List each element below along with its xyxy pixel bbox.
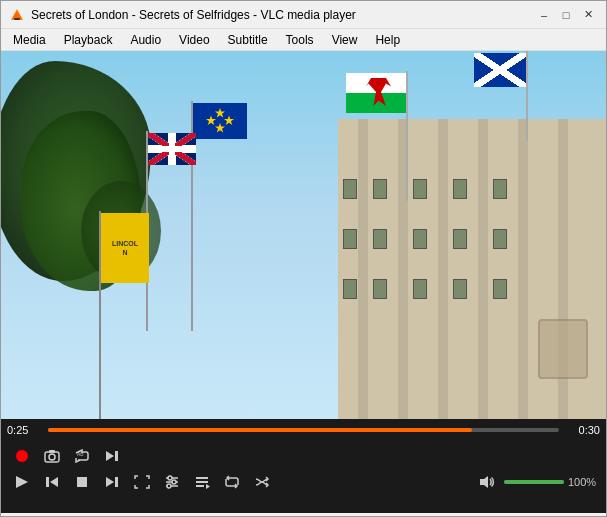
controls-bar: AB (1, 441, 606, 513)
menu-help[interactable]: Help (367, 31, 408, 49)
video-canvas: LINCOLN (1, 51, 607, 419)
flag-uk (148, 133, 196, 165)
main-controls-row: 100% (9, 471, 598, 493)
svg-rect-20 (49, 450, 55, 453)
building (338, 119, 607, 419)
progress-track[interactable] (48, 428, 559, 432)
svg-marker-1 (12, 11, 22, 19)
svg-line-9 (148, 133, 196, 165)
volume-area: 100% (474, 471, 598, 493)
window-title: Secrets of London - Secrets of Selfridge… (31, 8, 534, 22)
svg-marker-22 (106, 451, 114, 461)
record-button[interactable] (9, 445, 35, 467)
svg-line-12 (148, 133, 196, 165)
current-time: 0:25 (7, 424, 42, 436)
svg-line-10 (148, 133, 196, 165)
svg-rect-36 (196, 477, 208, 479)
flagpole-wales (406, 71, 408, 201)
ext-settings-button[interactable] (159, 471, 185, 493)
progress-area: 0:25 0:30 (1, 419, 606, 441)
svg-marker-39 (206, 484, 210, 489)
minimize-button[interactable]: – (534, 5, 554, 25)
snapshot-button[interactable] (39, 445, 65, 467)
svg-marker-40 (480, 476, 488, 488)
video-display[interactable]: LINCOLN (1, 51, 607, 419)
svg-rect-25 (46, 477, 49, 487)
next-frame-button[interactable] (99, 445, 125, 467)
svg-point-35 (167, 484, 171, 488)
close-button[interactable]: ✕ (578, 5, 598, 25)
end-time: 0:30 (565, 424, 600, 436)
volume-icon-button[interactable] (474, 471, 500, 493)
flag-wales (346, 73, 406, 113)
svg-rect-2 (14, 18, 20, 20)
window-controls: – □ ✕ (534, 5, 598, 25)
menu-view[interactable]: View (324, 31, 366, 49)
menu-video[interactable]: Video (171, 31, 217, 49)
svg-line-11 (148, 133, 196, 165)
svg-rect-27 (77, 477, 87, 487)
stop-button[interactable] (69, 471, 95, 493)
secondary-controls-row: AB (9, 445, 598, 467)
fullscreen-button[interactable] (129, 471, 155, 493)
playlist-button[interactable] (189, 471, 215, 493)
next-button[interactable] (99, 471, 125, 493)
svg-rect-15 (170, 133, 174, 165)
play-button[interactable] (9, 471, 35, 493)
loop-ab-button[interactable]: AB (69, 445, 95, 467)
menu-tools[interactable]: Tools (278, 31, 322, 49)
svg-marker-29 (106, 477, 114, 487)
svg-rect-13 (168, 133, 176, 165)
menu-media[interactable]: Media (5, 31, 54, 49)
volume-fill (504, 480, 564, 484)
svg-rect-8 (148, 133, 196, 165)
svg-point-33 (168, 476, 172, 480)
menu-playback[interactable]: Playback (56, 31, 121, 49)
svg-rect-38 (196, 485, 204, 487)
svg-point-17 (16, 450, 28, 462)
volume-track[interactable] (504, 480, 564, 484)
svg-marker-24 (16, 476, 28, 488)
flagpole-scotland (526, 51, 528, 141)
volume-level: 100% (568, 476, 598, 488)
volume-icon (479, 475, 495, 489)
menu-subtitle[interactable]: Subtitle (220, 31, 276, 49)
svg-rect-23 (115, 451, 118, 461)
flag-eu (193, 103, 247, 139)
svg-rect-14 (148, 145, 196, 153)
svg-rect-37 (196, 481, 208, 483)
menu-audio[interactable]: Audio (122, 31, 169, 49)
svg-marker-26 (50, 477, 58, 487)
repeat-button[interactable] (219, 471, 245, 493)
flag-yellow: LINCOLN (101, 213, 149, 283)
svg-rect-16 (148, 147, 196, 151)
progress-fill (48, 428, 472, 432)
svg-point-34 (172, 480, 176, 484)
random-button[interactable] (249, 471, 275, 493)
titlebar: Secrets of London - Secrets of Selfridge… (1, 1, 606, 29)
menubar: Media Playback Audio Video Subtitle Tool… (1, 29, 606, 51)
maximize-button[interactable]: □ (556, 5, 576, 25)
svg-point-19 (49, 454, 55, 460)
flag-scotland (474, 53, 526, 87)
vlc-icon (9, 7, 25, 23)
svg-text:AB: AB (77, 451, 84, 457)
prev-button[interactable] (39, 471, 65, 493)
svg-rect-28 (115, 477, 118, 487)
